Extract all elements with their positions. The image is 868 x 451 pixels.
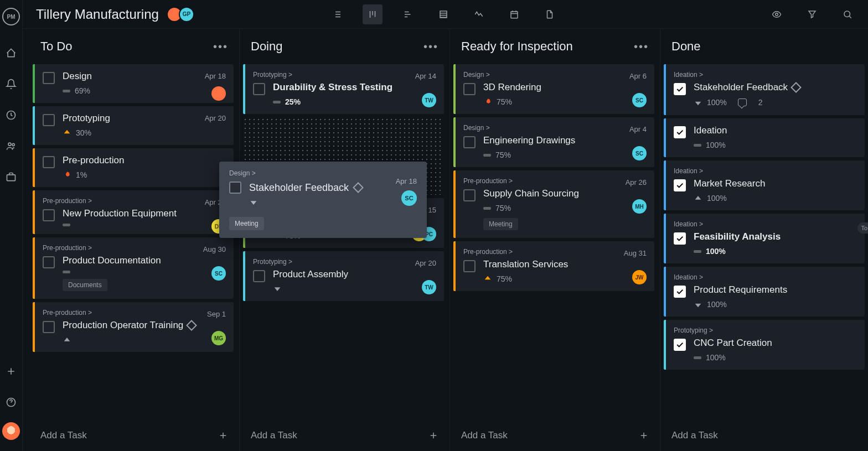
task-card[interactable]: Prototyping > Product Assembly Apr 20 TW: [243, 251, 444, 301]
task-checkbox[interactable]: [43, 256, 55, 268]
sheet-view-icon[interactable]: [433, 4, 453, 24]
task-card[interactable]: Pre-production 1%: [33, 148, 234, 187]
task-card[interactable]: Ideation > Feasibility Analysis 100%: [664, 214, 865, 263]
column-menu-icon[interactable]: •••: [423, 40, 438, 53]
comment-count: 2: [758, 98, 763, 107]
task-card[interactable]: Pre-production > New Production Equipmen…: [33, 190, 234, 234]
task-checkbox[interactable]: [463, 136, 476, 148]
task-card[interactable]: Design 69% Apr 18: [33, 64, 234, 103]
priority-flame-icon: [63, 170, 71, 179]
project-members[interactable]: GP: [170, 7, 194, 22]
member-avatar[interactable]: GP: [179, 7, 194, 22]
visibility-icon[interactable]: [767, 4, 787, 24]
task-category: Design >: [463, 71, 647, 79]
task-date: Sep 1: [207, 310, 226, 318]
column-title: Doing: [251, 39, 282, 54]
add-task-button[interactable]: Add a Task: [660, 420, 868, 451]
task-checkbox[interactable]: [253, 83, 265, 95]
progress-bar-icon: [273, 101, 281, 103]
task-percent: 25%: [285, 97, 301, 106]
task-card[interactable]: Pre-production > Production Operator Tra…: [33, 302, 234, 352]
task-card[interactable]: Prototyping > CNC Part Creation 100%: [664, 320, 865, 370]
task-title: Pre-production: [63, 155, 226, 166]
task-checkbox[interactable]: [674, 232, 686, 245]
task-checkbox[interactable]: [463, 260, 476, 272]
task-checkbox[interactable]: [674, 286, 686, 298]
files-view-icon[interactable]: [540, 4, 560, 24]
add-icon[interactable]: [0, 360, 22, 382]
task-date: Apr 4: [629, 125, 647, 133]
task-checkbox[interactable]: [674, 83, 686, 95]
help-icon[interactable]: [0, 391, 22, 413]
recent-icon[interactable]: [0, 104, 22, 126]
task-checkbox[interactable]: [229, 182, 241, 194]
task-checkbox[interactable]: [463, 83, 476, 95]
add-task-button[interactable]: Add a Task: [240, 420, 450, 451]
task-checkbox[interactable]: [674, 179, 686, 191]
task-checkbox[interactable]: [43, 209, 55, 221]
task-card[interactable]: Ideation > Product Requirements 100%: [664, 267, 865, 317]
dashboard-view-icon[interactable]: [469, 4, 489, 24]
task-percent: 75%: [495, 204, 511, 212]
task-percent: 100%: [707, 98, 727, 107]
assignee-avatar[interactable]: MG: [211, 331, 226, 345]
notifications-icon[interactable]: [0, 73, 22, 95]
assignee-avatar[interactable]: MH: [632, 199, 647, 214]
team-icon[interactable]: [0, 135, 22, 157]
filter-icon[interactable]: [802, 4, 822, 24]
task-card[interactable]: Ideation > Stakeholder Feedback 100% 2: [664, 64, 865, 115]
task-checkbox[interactable]: [253, 270, 265, 282]
assignee-avatar[interactable]: TW: [422, 93, 436, 107]
column-title: Ready for Inspection: [461, 39, 573, 54]
task-title: Ideation: [694, 125, 857, 136]
app-logo[interactable]: PM: [2, 8, 20, 25]
task-date: Apr 20: [205, 114, 226, 122]
portfolio-icon[interactable]: [0, 166, 22, 188]
column-title: To Do: [40, 39, 72, 54]
task-card[interactable]: Ideation > Market Research 100%: [664, 160, 865, 210]
assignee-avatar[interactable]: SC: [632, 93, 647, 107]
add-task-button[interactable]: Add a Task: [29, 420, 239, 451]
task-checkbox[interactable]: [43, 114, 55, 126]
task-checkbox[interactable]: [43, 72, 55, 84]
task-category: Prototyping >: [674, 326, 857, 334]
task-checkbox[interactable]: [43, 156, 55, 168]
assignee-avatar[interactable]: [211, 86, 226, 101]
list-view-icon[interactable]: [327, 4, 347, 24]
task-checkbox[interactable]: [674, 126, 686, 138]
task-card[interactable]: Pre-production > Translation Services 75…: [453, 241, 654, 291]
task-title: Prototyping: [63, 113, 226, 124]
task-percent: 75%: [495, 151, 511, 159]
task-title: Stakeholder Feedback: [694, 82, 857, 93]
task-checkbox[interactable]: [43, 321, 55, 333]
task-card[interactable]: Ideation 100%: [664, 118, 865, 157]
task-checkbox[interactable]: [463, 189, 476, 201]
search-icon[interactable]: [838, 4, 857, 24]
task-checkbox[interactable]: [674, 339, 686, 351]
task-card[interactable]: Pre-production > Product Documentation D…: [33, 237, 234, 299]
home-icon[interactable]: [0, 42, 22, 64]
assignee-avatar[interactable]: SC: [211, 266, 226, 281]
gantt-view-icon[interactable]: [398, 4, 418, 24]
overflow-badge[interactable]: To: [857, 222, 868, 234]
task-card[interactable]: Pre-production > Supply Chain Sourcing 7…: [453, 170, 654, 238]
column-menu-icon[interactable]: •••: [634, 40, 649, 53]
assignee-avatar[interactable]: SC: [401, 190, 417, 206]
user-avatar[interactable]: [2, 422, 20, 440]
assignee-avatar[interactable]: SC: [632, 146, 647, 160]
column-menu-icon[interactable]: •••: [213, 40, 228, 53]
calendar-view-icon[interactable]: [504, 4, 524, 24]
task-card[interactable]: Design > 3D Rendering 75% Apr 6 SC: [453, 64, 654, 114]
column-title: Done: [671, 39, 701, 54]
task-card[interactable]: Prototyping 30% Apr 20: [33, 106, 234, 145]
board-view-icon[interactable]: [363, 4, 383, 24]
dragging-card[interactable]: Design > Stakeholder Feedback Meeting Ap…: [219, 162, 427, 238]
priority-flame-icon: [483, 97, 492, 106]
progress-bar-icon: [694, 144, 701, 147]
assignee-avatar[interactable]: TW: [422, 280, 436, 294]
task-card[interactable]: Prototyping > Durability & Stress Testin…: [243, 64, 444, 114]
add-task-button[interactable]: Add a Task: [450, 420, 660, 451]
task-card[interactable]: Design > Engineering Drawings 75% Apr 4 …: [453, 117, 654, 167]
assignee-avatar[interactable]: JW: [632, 270, 647, 284]
task-title: Product Documentation: [63, 255, 226, 266]
